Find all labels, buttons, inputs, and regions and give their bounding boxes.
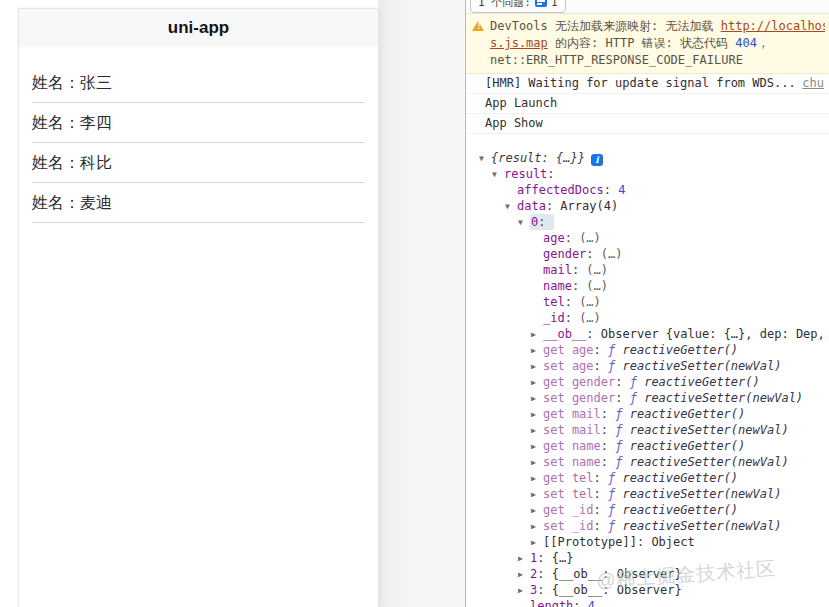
triangle-collapsed-icon[interactable]: ▶ <box>531 343 543 358</box>
tree-row[interactable]: ▶set gender: ƒ reactiveSetter(newVal) <box>466 390 829 406</box>
triangle-collapsed-icon[interactable]: ▶ <box>518 583 530 598</box>
triangle-collapsed-icon[interactable]: ▶ <box>531 455 543 470</box>
sourcemap-file-link[interactable]: s.js.map <box>490 36 548 50</box>
log-text: [HMR] Waiting for update signal from WDS… <box>485 76 796 90</box>
function-symbol: ƒ <box>630 391 644 405</box>
accessor-key: get age <box>543 343 594 357</box>
triangle-collapsed-icon[interactable]: ▶ <box>531 359 543 374</box>
tree-row[interactable]: ▶[[Prototype]]: Object <box>466 534 829 550</box>
tree-row[interactable]: ▶set age: ƒ reactiveSetter(newVal) <box>466 358 829 374</box>
warning-triangle-icon: ! <box>472 21 484 31</box>
function-signature: reactiveGetter() <box>644 375 760 389</box>
function-symbol: ƒ <box>608 471 622 485</box>
tree-row[interactable]: ▼0: <box>466 214 829 230</box>
function-symbol: ƒ <box>615 407 629 421</box>
triangle-collapsed-icon[interactable]: ▶ <box>531 407 543 422</box>
triangle-expanded-icon[interactable]: ▼ <box>518 215 530 230</box>
issues-label: 1 个问题: <box>478 0 531 10</box>
function-symbol: ƒ <box>608 487 622 501</box>
property-value: Object <box>651 535 694 549</box>
property-key: age <box>543 231 565 245</box>
tree-row[interactable]: ▶set _id: ƒ reactiveSetter(newVal) <box>466 518 829 534</box>
tree-row[interactable]: ▶get mail: ƒ reactiveGetter() <box>466 406 829 422</box>
triangle-collapsed-icon[interactable]: ▶ <box>531 487 543 502</box>
property-key: gender <box>543 247 586 261</box>
accessor-key: set tel <box>543 487 594 501</box>
tree-row[interactable]: ▼data: Array(4) <box>466 198 829 214</box>
triangle-collapsed-icon[interactable]: ▶ <box>531 423 543 438</box>
tree-row[interactable]: ▼{result: {…}}i <box>466 150 829 166</box>
tree-row[interactable]: ▶__ob__: Observer {value: {…}, dep: Dep,… <box>466 326 829 342</box>
function-signature: reactiveSetter(newVal) <box>622 519 781 533</box>
issues-count: 1 <box>551 0 558 9</box>
function-signature: reactiveGetter() <box>630 439 746 453</box>
triangle-collapsed-icon[interactable]: ▶ <box>518 551 530 566</box>
tree-row[interactable]: ▶get age: ƒ reactiveGetter() <box>466 342 829 358</box>
property-value: (…) <box>579 231 601 245</box>
triangle-collapsed-icon[interactable]: ▶ <box>518 567 530 582</box>
tree-row[interactable]: ▶get _id: ƒ reactiveGetter() <box>466 502 829 518</box>
function-symbol: ƒ <box>608 343 622 357</box>
tree-row[interactable]: ▶set name: ƒ reactiveSetter(newVal) <box>466 454 829 470</box>
console-log-rows: chu[HMR] Waiting for update signal from … <box>466 74 829 134</box>
accessor-key: set _id <box>543 519 594 533</box>
triangle-collapsed-icon[interactable]: ▶ <box>531 375 543 390</box>
number-value: 4 <box>618 183 625 197</box>
source-location-link[interactable]: chu <box>802 74 824 93</box>
colon: : <box>601 423 615 437</box>
object-preview: {result: {…}} <box>491 151 585 165</box>
list-item: 姓名：张三 <box>32 63 365 103</box>
tree-row: gender: (…) <box>466 246 829 262</box>
property-value: {…} <box>552 551 574 565</box>
tree-row: mail: (…) <box>466 262 829 278</box>
info-icon[interactable]: i <box>591 154 603 166</box>
issues-button[interactable]: 1 个问题: 1 <box>470 0 566 13</box>
function-symbol: ƒ <box>615 423 629 437</box>
triangle-expanded-icon[interactable]: ▼ <box>479 151 491 166</box>
triangle-collapsed-icon[interactable]: ▶ <box>531 327 543 342</box>
colon: : <box>572 263 586 277</box>
triangle-collapsed-icon[interactable]: ▶ <box>531 471 543 486</box>
property-value: (…) <box>586 279 608 293</box>
property-value: [[Prototype]] <box>543 535 637 549</box>
triangle-collapsed-icon[interactable]: ▶ <box>531 535 543 550</box>
tree-row[interactable]: ▼result: <box>466 166 829 182</box>
name-list: 姓名：张三姓名：李四姓名：科比姓名：麦迪 <box>19 47 378 223</box>
colon: : <box>537 583 551 597</box>
warning-line-3: net::ERR_HTTP_RESPONSE_CODE_FAILURE <box>472 52 825 69</box>
colon: : <box>594 359 608 373</box>
accessor-key: set gender <box>543 391 615 405</box>
tree-row[interactable]: ▶2: {__ob__: Observer} <box>466 566 829 582</box>
triangle-collapsed-icon[interactable]: ▶ <box>531 391 543 406</box>
function-signature: reactiveSetter(newVal) <box>622 487 781 501</box>
accessor-key: get mail <box>543 407 601 421</box>
colon: : <box>615 391 629 405</box>
devtools-console-panel: 1 个问题: 1 !DevTools 无法加载来源映射: 无法加载 http:/… <box>465 0 829 607</box>
colon: : <box>537 567 551 581</box>
tree-row[interactable]: ▶get name: ƒ reactiveGetter() <box>466 438 829 454</box>
tree-row[interactable]: ▶set tel: ƒ reactiveSetter(newVal) <box>466 486 829 502</box>
tree-row[interactable]: ▶3: {__ob__: Observer} <box>466 582 829 598</box>
console-log-row: App Launch <box>466 94 829 114</box>
property-key: name <box>543 279 572 293</box>
log-text: App Show <box>485 116 543 130</box>
screen: uni-app 姓名：张三姓名：李四姓名：科比姓名：麦迪 1 个问题: 1 !D… <box>0 0 829 607</box>
triangle-collapsed-icon[interactable]: ▶ <box>531 519 543 534</box>
sourcemap-url-link[interactable]: http://localhost:8 <box>721 19 825 33</box>
property-value: (…) <box>579 295 601 309</box>
list-item: 姓名：李四 <box>32 103 365 143</box>
triangle-collapsed-icon[interactable]: ▶ <box>531 439 543 454</box>
function-symbol: ƒ <box>630 375 644 389</box>
triangle-expanded-icon[interactable]: ▼ <box>492 167 504 182</box>
tree-row[interactable]: ▶get gender: ƒ reactiveGetter() <box>466 374 829 390</box>
triangle-expanded-icon[interactable]: ▼ <box>505 199 517 214</box>
tree-row[interactable]: ▶get tel: ƒ reactiveGetter() <box>466 470 829 486</box>
tree-row[interactable]: ▶1: {…} <box>466 550 829 566</box>
warning-line-1: !DevTools 无法加载来源映射: 无法加载 http://localhos… <box>472 18 825 35</box>
function-signature: reactiveGetter() <box>622 343 738 357</box>
console-log-row: App Show <box>466 114 829 134</box>
tree-row[interactable]: ▶set mail: ƒ reactiveSetter(newVal) <box>466 422 829 438</box>
property-value: {__ob__: Observer} <box>552 567 682 581</box>
colon: : <box>594 471 608 485</box>
triangle-collapsed-icon[interactable]: ▶ <box>531 503 543 518</box>
